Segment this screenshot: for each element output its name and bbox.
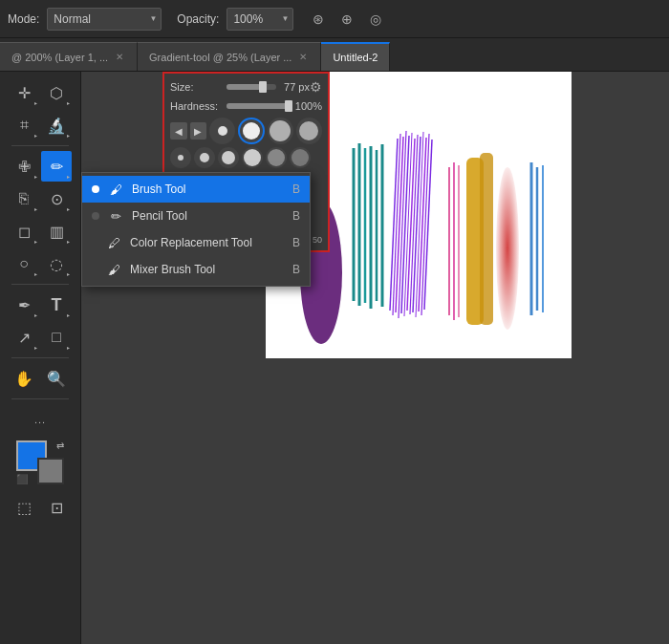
bp-prev-btn[interactable]: ◀ bbox=[170, 122, 187, 140]
crop-tool-btn[interactable]: ⌗ ▸ bbox=[9, 110, 39, 140]
background-color-swatch[interactable] bbox=[37, 458, 64, 484]
eyedrop-tool-btn[interactable]: 🔬 ▸ bbox=[41, 110, 72, 140]
menu-label-brush: Brush Tool bbox=[132, 182, 185, 196]
tab-close-1[interactable]: ✕ bbox=[114, 52, 125, 62]
tab-label: Untitled-2 bbox=[333, 52, 378, 63]
toolbar-divider-4 bbox=[11, 398, 69, 399]
bp-size-thumb[interactable] bbox=[259, 81, 267, 93]
move-tool-btn[interactable]: ✛ ▸ bbox=[9, 77, 39, 108]
bp-size-value: 77 px bbox=[284, 81, 310, 93]
lasso-tool-btn[interactable]: ⬡ ▸ bbox=[41, 77, 72, 108]
bp-hardness-thumb[interactable] bbox=[285, 100, 292, 112]
pencil-tool-icon: ✏ bbox=[107, 207, 124, 225]
gradient-arrow: ▸ bbox=[67, 238, 70, 245]
eraser-arrow: ▸ bbox=[34, 238, 37, 245]
tool-row-9: ✋ 🔍 bbox=[9, 363, 72, 394]
bp-preset-1[interactable] bbox=[209, 118, 235, 144]
bp-preset-row-icons: ◀ ▶ bbox=[170, 118, 322, 144]
pressure-icon[interactable]: ⊛ bbox=[307, 8, 330, 31]
move-arrow: ▸ bbox=[34, 99, 37, 106]
shape-tool-btn[interactable]: □ ▸ bbox=[41, 322, 72, 353]
tab-gradient[interactable]: Gradient-tool @ 25% (Layer ... ✕ bbox=[138, 42, 321, 71]
smoothing-icon[interactable]: ◎ bbox=[364, 8, 387, 31]
tool-row-bottom: ⬚ ⊡ bbox=[9, 492, 72, 523]
tool-row-3: ✙ ▸ ✏ ▸ bbox=[9, 151, 72, 182]
bp-preset-s5[interactable] bbox=[266, 147, 287, 168]
type-tool-btn[interactable]: T ▸ bbox=[41, 290, 72, 320]
heal-tool-btn[interactable]: ✙ ▸ bbox=[9, 151, 39, 182]
bp-preset-2[interactable] bbox=[238, 118, 264, 144]
tab-layer200[interactable]: @ 200% (Layer 1, ... ✕ bbox=[0, 42, 138, 71]
quick-mask-btn[interactable]: ⬚ bbox=[9, 492, 39, 523]
bp-preset-3[interactable] bbox=[268, 118, 293, 144]
tab-close-2[interactable]: ✕ bbox=[297, 52, 309, 62]
blue-strokes bbox=[531, 162, 543, 315]
screen-mode-icon: ⊡ bbox=[51, 499, 63, 517]
opacity-select-wrapper[interactable]: 100% 75% 50% 25% ▼ bbox=[227, 8, 293, 31]
menu-item-pencil[interactable]: ✏ Pencil Tool B bbox=[82, 203, 310, 229]
tab-label: Gradient-tool @ 25% (Layer ... bbox=[149, 52, 291, 63]
menu-item-mixer[interactable]: 🖌 Mixer Brush Tool B bbox=[82, 256, 310, 283]
tab-untitled[interactable]: Untitled-2 bbox=[321, 42, 390, 71]
lasso-arrow: ▸ bbox=[67, 99, 70, 106]
move-icon: ✛ bbox=[18, 84, 31, 102]
bp-preset-s6[interactable] bbox=[290, 147, 311, 168]
brush-tool-btn[interactable]: ✏ ▸ bbox=[41, 151, 72, 182]
pen-tool-btn[interactable]: ✒ ▸ bbox=[9, 290, 39, 320]
bp-gear-icon[interactable]: ⚙ bbox=[310, 79, 322, 95]
mode-select-wrapper[interactable]: Normal Dissolve Multiply Screen Overlay … bbox=[47, 8, 162, 31]
bp-next-btn[interactable]: ▶ bbox=[190, 122, 207, 140]
bp-preset-4[interactable] bbox=[296, 118, 322, 144]
menu-item-brush[interactable]: 🖌 Brush Tool B bbox=[82, 176, 310, 203]
path-tool-btn[interactable]: ↗ ▸ bbox=[9, 322, 39, 353]
gradient-tool-btn[interactable]: ▥ ▸ bbox=[41, 216, 72, 247]
zoom-tool-btn[interactable]: 🔍 bbox=[41, 363, 72, 394]
teal-strokes bbox=[354, 143, 382, 309]
clone-arrow: ▸ bbox=[34, 205, 37, 212]
bp-preset-s2[interactable] bbox=[194, 147, 215, 168]
dodge-icon: ○ bbox=[19, 255, 29, 272]
lasso-icon: ⬡ bbox=[50, 84, 63, 102]
swap-colors-icon[interactable]: ⇄ bbox=[56, 440, 64, 451]
heal-arrow: ▸ bbox=[34, 173, 37, 180]
extras-btn[interactable]: ... bbox=[25, 404, 55, 435]
clone-icon: ⎘ bbox=[19, 190, 29, 207]
bp-preset-row-2 bbox=[170, 147, 322, 168]
heal-icon: ✙ bbox=[18, 158, 31, 176]
screen-mode-btn[interactable]: ⊡ bbox=[41, 492, 72, 523]
eraser-icon: ◻ bbox=[18, 223, 31, 241]
bp-title-row: Size: 77 px ⚙ bbox=[170, 79, 322, 95]
bp-preset-s1[interactable] bbox=[170, 147, 191, 168]
clone-tool-btn[interactable]: ⎘ ▸ bbox=[9, 183, 39, 214]
toolbar-divider-1 bbox=[11, 145, 69, 146]
history-tool-btn[interactable]: ⊙ ▸ bbox=[41, 183, 72, 214]
hand-tool-btn[interactable]: ✋ bbox=[9, 363, 39, 394]
opacity-select[interactable]: 100% 75% 50% 25% bbox=[227, 8, 293, 31]
dodge-tool-btn[interactable]: ○ ▸ bbox=[9, 248, 39, 279]
dodge-arrow: ▸ bbox=[34, 270, 37, 277]
bp-preset-s4[interactable] bbox=[242, 147, 263, 168]
bp-size-track[interactable] bbox=[227, 84, 276, 90]
tool-row-6: ○ ▸ ◌ ▸ bbox=[9, 248, 72, 279]
mode-select[interactable]: Normal Dissolve Multiply Screen Overlay bbox=[47, 8, 162, 31]
tool-row-1: ✛ ▸ ⬡ ▸ bbox=[9, 77, 72, 108]
reset-colors-icon[interactable]: ⬛ bbox=[16, 474, 28, 484]
bp-size-row: Size: 77 px bbox=[170, 81, 310, 93]
smudge-tool-btn[interactable]: ◌ ▸ bbox=[41, 248, 72, 279]
mixer-brush-icon: 🖌 bbox=[105, 261, 122, 278]
eraser-tool-btn[interactable]: ◻ ▸ bbox=[9, 216, 39, 247]
menu-item-color-replace[interactable]: 🖊 Color Replacement Tool B bbox=[82, 229, 310, 256]
toolbar-divider-3 bbox=[11, 357, 69, 358]
bp-hardness-track[interactable] bbox=[227, 103, 288, 109]
menu-dot-brush bbox=[92, 185, 99, 193]
yellow-strokes bbox=[466, 153, 493, 325]
airbrush-icon[interactable]: ⊕ bbox=[335, 8, 358, 31]
main-area: ✛ ▸ ⬡ ▸ ⌗ ▸ 🔬 ▸ ✙ ▸ ✏ bbox=[0, 72, 669, 644]
bp-hardness-label: Hardness: bbox=[170, 100, 223, 112]
pen-icon: ✒ bbox=[18, 296, 31, 314]
path-icon: ↗ bbox=[18, 329, 31, 347]
red-strokes bbox=[496, 167, 519, 330]
bp-preset-s3[interactable] bbox=[218, 147, 239, 168]
tab-label: @ 200% (Layer 1, ... bbox=[11, 52, 108, 63]
extras-icon: ... bbox=[34, 414, 46, 425]
